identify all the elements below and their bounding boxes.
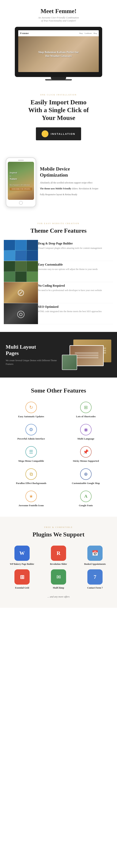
multilanguage-label: Multi Language — [77, 437, 94, 440]
wpbakery-icon: W — [14, 546, 30, 561]
google-map-label: Customizable Google Map — [72, 482, 100, 485]
easy-updates-label: Easy Automatic Updates — [18, 415, 44, 418]
mobile-heading: Mobile Device Optimization — [40, 166, 111, 178]
core-features-heading: Theme Core Features — [4, 227, 113, 234]
multi-layout-section: Multi Layout Pages We create Several Uni… — [0, 332, 117, 377]
list-item: ◉ Multi Language — [61, 424, 111, 440]
list-item: ⊞ Essential Grid — [6, 569, 38, 589]
google-fonts-label: Google Fonts — [79, 504, 93, 507]
multi-layout-desc: We create Several Unique Demos with Diff… — [6, 359, 58, 366]
phone-home-button — [19, 201, 23, 205]
list-item: ⧉ Parallax Effect Backgrounds — [6, 468, 56, 485]
laptop-nav-logo: Femme — [20, 32, 29, 35]
plugins-footer: ... and any more offers — [6, 595, 111, 598]
phone-mockup: Inspired by Nature New Summer's 18 Colle… — [6, 157, 36, 207]
phone-screen-content: Inspired by Nature New Summer's 18 Colle… — [8, 162, 34, 200]
fontello-icon: ★ — [26, 491, 37, 502]
laptop-nav-links: Shop Lookbook Blog — [79, 32, 97, 34]
phone-screen-text: Inspired by Nature New Summer's 18 Colle… — [10, 171, 32, 186]
feature-text-no-coding: No Coding Required No need to be a profe… — [38, 282, 113, 303]
multi-layout-heading: Multi Layout Pages — [6, 344, 58, 356]
table-row: ⊘ No Coding Required No need to be a pro… — [4, 282, 113, 303]
mailchimp-icon: ✉ — [51, 569, 66, 585]
cf7-label: Contact Form 7 — [87, 586, 103, 589]
laptop-base — [45, 79, 72, 81]
install-label: ONE CLICK INSTALLATION — [8, 94, 109, 96]
feature-image-drag — [4, 240, 38, 261]
other-features-heading: Some Other Features — [6, 387, 111, 394]
core-features-section: FOR EASY WEBSITE CREATION Theme Core Fea… — [0, 215, 117, 332]
hero-title: Meet Femme! — [4, 8, 113, 14]
google-map-icon: ⊕ — [80, 468, 91, 480]
laptop-screen: Femme Shop Lookbook Blog Shop Bohemian K… — [18, 30, 99, 72]
parallax-icon: ⧉ — [26, 468, 37, 480]
essential-icon: ⊞ — [14, 569, 30, 585]
other-features-grid: ↻ Easy Automatic Updates ⊞ Lots of Short… — [6, 402, 111, 507]
plugins-label: FREE & COMPATIBLE — [6, 526, 111, 528]
list-item: 7 Contact Form 7 — [79, 569, 111, 589]
admin-icon: ⚙ — [26, 424, 37, 435]
essential-label: Essential Grid — [15, 586, 29, 589]
google-fonts-icon: A — [80, 491, 91, 502]
list-item: 📅 Booked Appointments — [79, 546, 111, 566]
feature-image-no-coding: ⊘ — [4, 282, 38, 303]
feature-image-seo: ◎ — [4, 303, 38, 324]
booked-icon: 📅 — [87, 546, 103, 561]
list-item: A Google Fonts — [61, 491, 111, 507]
easy-updates-icon: ↻ — [26, 402, 37, 413]
feature-text-drag: Drag & Drop Page Builder Visual Composer… — [38, 240, 113, 261]
install-btn-label: INSTALLATION — [51, 132, 75, 135]
list-item: R Revolution Slider — [42, 546, 75, 566]
install-button[interactable]: ⚡ INSTALLATION — [36, 127, 81, 140]
plugins-heading: Plugins We Support — [6, 531, 111, 538]
mobile-text-content: Mobile Device Optimization Absolutely al… — [40, 166, 111, 199]
feature-text-seo: SEO Optimized HTML code integrated into … — [38, 303, 113, 324]
table-row: Easy Customizable Awesome easy-to-use op… — [4, 261, 113, 282]
laptop-stand — [51, 77, 66, 79]
table-row: Drag & Drop Page Builder Visual Composer… — [4, 240, 113, 261]
phone-screen-badge: SUBSCRIBE FOR UPDATES — [10, 188, 32, 190]
sticky-menus-icon: 📌 — [80, 446, 91, 458]
plugins-section: FREE & COMPATIBLE Plugins We Support W W… — [0, 517, 117, 608]
multi-img-mini — [62, 355, 77, 370]
list-item: ⊕ Customizable Google Map — [61, 468, 111, 485]
list-item: ☰ Mega Menu Compatible — [6, 446, 56, 463]
hero-section: Meet Femme! An Awesome User-Friendly Com… — [0, 0, 117, 84]
phone-outer: Inspired by Nature New Summer's 18 Colle… — [6, 157, 36, 207]
parallax-label: Parallax Effect Backgrounds — [16, 482, 46, 485]
mega-menu-label: Mega Menu Compatible — [18, 460, 44, 463]
phone-speaker — [18, 160, 24, 161]
revolution-label: Revolution Slider — [50, 563, 67, 566]
admin-label: Powerful Admin Interface — [17, 437, 45, 440]
shortcodes-icon: ⊞ — [80, 402, 91, 413]
booked-label: Booked Appointments — [84, 563, 106, 566]
cf7-icon: 7 — [87, 569, 103, 585]
install-section: ONE CLICK INSTALLATION Easily Import Dem… — [0, 84, 117, 150]
list-item: ⊞ Lots of Shortcodes — [61, 402, 111, 418]
mobile-desc1: Absolutely all the scrolled selections s… — [40, 181, 111, 185]
list-item: ↻ Easy Automatic Updates — [6, 402, 56, 418]
other-features-section: Some Other Features ↻ Easy Automatic Upd… — [0, 377, 117, 517]
shortcodes-label: Lots of Shortcodes — [76, 415, 95, 418]
mailchimp-label: MailChimp — [53, 586, 64, 589]
mega-menu-icon: ☰ — [26, 446, 37, 458]
phone-screen: Inspired by Nature New Summer's 18 Colle… — [8, 162, 34, 200]
laptop-hero-image: Shop Bohemian Kaftans Perfect forHot Wea… — [18, 36, 99, 72]
multi-layout-text: Multi Layout Pages We create Several Uni… — [6, 344, 58, 366]
features-list: Drag & Drop Page Builder Visual Composer… — [4, 240, 113, 324]
install-icon: ⚡ — [42, 130, 48, 137]
revolution-icon: R — [51, 546, 66, 561]
multi-layout-images — [62, 340, 111, 370]
list-item: 📌 Sticky Menus Supported — [61, 446, 111, 463]
list-item: ★ Awesome Fontello Icons — [6, 491, 56, 507]
sticky-menus-label: Sticky Menus Supported — [73, 460, 99, 463]
core-features-label: FOR EASY WEBSITE CREATION — [4, 222, 113, 224]
laptop-hero-text: Shop Bohemian Kaftans Perfect forHot Wea… — [38, 51, 79, 58]
install-heading: Easily Import Demo With a Single Click o… — [8, 98, 109, 122]
mobile-feature2: Fully Responsive layout & Retina Ready — [40, 193, 111, 196]
hero-subtitle: An Awesome User-Friendly Combination of … — [4, 16, 113, 22]
laptop-bottom-bar — [18, 72, 99, 76]
laptop-mockup: Femme Shop Lookbook Blog Shop Bohemian K… — [15, 27, 102, 77]
list-item: ✉ MailChimp — [42, 569, 75, 589]
feature-image-customizable — [4, 261, 38, 282]
